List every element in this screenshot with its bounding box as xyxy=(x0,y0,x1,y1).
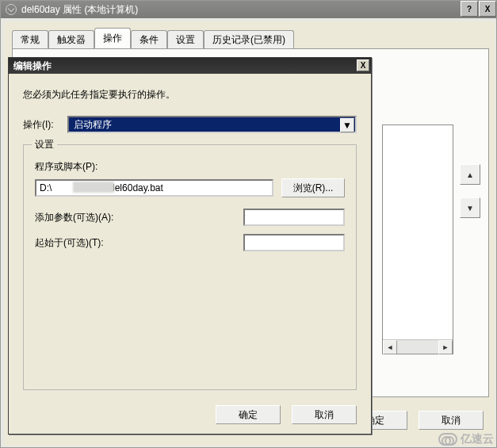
settings-groupbox: 设置 程序或脚本(P): 浏览(R)... 添加参数(可选)(A): 起始于(可… xyxy=(23,144,357,390)
groupbox-legend: 设置 xyxy=(32,138,57,151)
args-row: 添加参数(可选)(A): xyxy=(35,209,345,226)
args-input[interactable] xyxy=(243,209,345,226)
tab-row: 常规 触发器 操作 条件 设置 历史记录(已禁用) xyxy=(12,31,294,48)
outer-cancel-button[interactable]: 取消 xyxy=(419,411,484,430)
outer-title-text: del60day 属性 (本地计算机) xyxy=(21,3,138,17)
tab-settings[interactable]: 设置 xyxy=(167,30,204,49)
dialog-close-button[interactable]: X xyxy=(357,59,369,71)
tab-actions[interactable]: 操作 xyxy=(94,28,131,48)
tab-general[interactable]: 常规 xyxy=(12,30,48,49)
script-input-wrap xyxy=(35,179,273,197)
tab-history[interactable]: 历史记录(已禁用) xyxy=(204,30,294,49)
script-label: 程序或脚本(P): xyxy=(35,160,345,174)
titlebar-buttons: ? X xyxy=(460,1,496,17)
startin-input[interactable] xyxy=(243,234,345,251)
tab-triggers[interactable]: 触发器 xyxy=(48,30,94,49)
args-label: 添加参数(可选)(A): xyxy=(35,211,113,224)
startin-row: 起始于(可选)(T): xyxy=(35,234,345,251)
action-selected-value: 启动程序 xyxy=(74,118,112,132)
startin-label: 起始于(可选)(T): xyxy=(35,236,104,250)
scroll-left-button[interactable]: ◄ xyxy=(383,340,397,354)
edit-action-dialog: 编辑操作 X 您必须为此任务指定要执行的操作。 操作(I): 启动程序 ▼ 设置… xyxy=(8,57,372,435)
script-row: 浏览(R)... xyxy=(35,178,345,197)
dialog-title-text: 编辑操作 xyxy=(13,59,52,73)
help-button[interactable]: ? xyxy=(461,1,478,17)
horizontal-scrollbar[interactable]: ◄ ► xyxy=(383,339,453,354)
tab-conditions[interactable]: 条件 xyxy=(131,30,167,49)
dialog-titlebar[interactable]: 编辑操作 X xyxy=(9,58,371,74)
move-up-button[interactable]: ▲ xyxy=(460,164,480,185)
dialog-cancel-button[interactable]: 取消 xyxy=(292,405,357,424)
script-path-input[interactable] xyxy=(35,179,273,197)
dialog-buttons: 确定 取消 xyxy=(216,405,357,424)
order-arrow-group: ▲ ▼ xyxy=(460,164,482,231)
dialog-body: 您必须为此任务指定要执行的操作。 操作(I): 启动程序 ▼ 设置 程序或脚本(… xyxy=(9,74,371,398)
close-button[interactable]: X xyxy=(479,1,496,17)
actions-listbox[interactable]: ◄ ► xyxy=(382,124,453,354)
browse-button[interactable]: 浏览(R)... xyxy=(281,178,345,197)
outer-titlebar[interactable]: del60day 属性 (本地计算机) ? X xyxy=(1,1,496,18)
action-row: 操作(I): 启动程序 ▼ xyxy=(23,116,357,133)
clock-icon xyxy=(6,4,17,15)
dialog-prompt: 您必须为此任务指定要执行的操作。 xyxy=(23,88,357,101)
dialog-ok-button[interactable]: 确定 xyxy=(216,405,281,424)
move-down-button[interactable]: ▼ xyxy=(460,197,480,218)
dropdown-arrow-icon[interactable]: ▼ xyxy=(340,118,354,132)
scroll-right-button[interactable]: ► xyxy=(438,340,453,354)
action-dropdown[interactable]: 启动程序 ▼ xyxy=(67,116,357,133)
action-label: 操作(I): xyxy=(23,118,67,132)
